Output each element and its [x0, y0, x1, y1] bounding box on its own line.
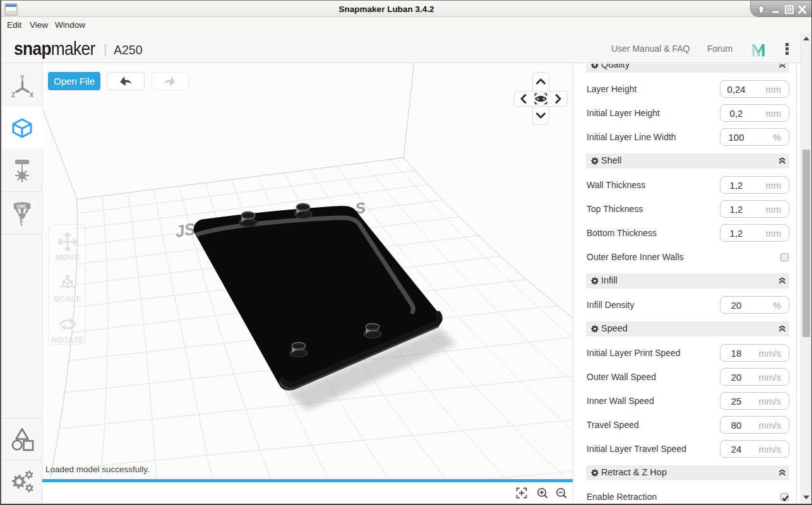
svg-text:X: X — [30, 92, 34, 98]
svg-text:Z: Z — [11, 92, 15, 98]
svg-text:CNC: CNC — [17, 204, 27, 208]
svg-text:Y: Y — [20, 74, 25, 81]
